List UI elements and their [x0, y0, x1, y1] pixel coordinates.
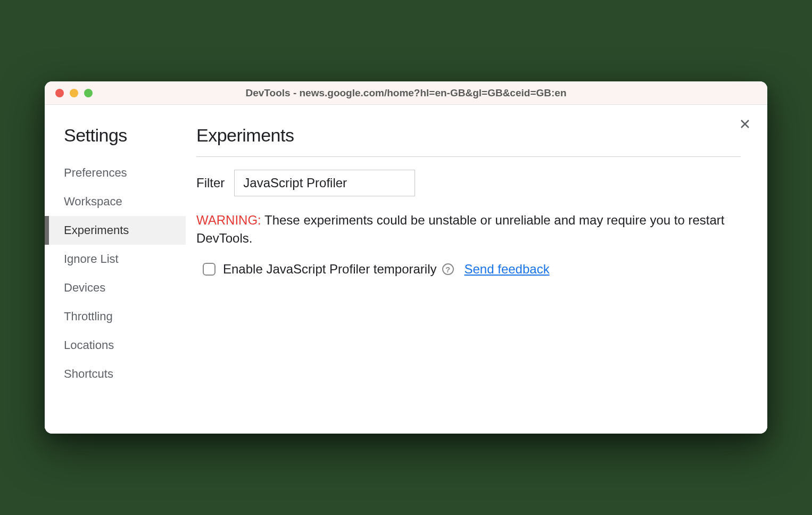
filter-label: Filter — [196, 176, 225, 190]
window-close-button[interactable] — [55, 89, 64, 97]
window-title: DevTools - news.google.com/home?hl=en-GB… — [45, 87, 767, 99]
experiment-label: Enable JavaScript Profiler temporarily — [223, 262, 437, 277]
warning-message: WARNING: These experiments could be unst… — [196, 211, 741, 247]
sidebar-item-label: Ignore List — [64, 252, 119, 265]
window-titlebar: DevTools - news.google.com/home?hl=en-GB… — [45, 81, 767, 105]
sidebar-item-devices[interactable]: Devices — [45, 273, 186, 302]
sidebar-item-throttling[interactable]: Throttling — [45, 302, 186, 331]
warning-body: These experiments could be unstable or u… — [196, 213, 725, 245]
warning-prefix: WARNING: — [196, 213, 261, 227]
main-panel: Experiments Filter WARNING: These experi… — [186, 105, 767, 434]
sidebar-title: Settings — [45, 125, 186, 159]
experiment-row: Enable JavaScript Profiler temporarily ?… — [196, 262, 741, 277]
filter-row: Filter — [196, 170, 741, 196]
sidebar-item-label: Devices — [64, 281, 105, 294]
experiment-checkbox[interactable] — [203, 263, 216, 276]
sidebar-item-experiments[interactable]: Experiments — [45, 216, 186, 245]
sidebar-item-label: Preferences — [64, 166, 127, 179]
content-area: Settings Preferences Workspace Experimen… — [45, 105, 767, 434]
traffic-lights — [45, 89, 93, 97]
sidebar-item-label: Shortcuts — [64, 367, 113, 380]
sidebar-item-label: Throttling — [64, 310, 113, 323]
window-minimize-button[interactable] — [70, 89, 78, 97]
send-feedback-link[interactable]: Send feedback — [465, 262, 550, 277]
close-icon — [739, 118, 751, 130]
sidebar-item-locations[interactable]: Locations — [45, 331, 186, 360]
sidebar-item-shortcuts[interactable]: Shortcuts — [45, 360, 186, 388]
settings-close-button[interactable] — [738, 117, 752, 131]
help-icon[interactable]: ? — [442, 263, 454, 275]
sidebar-item-ignore-list[interactable]: Ignore List — [45, 245, 186, 273]
sidebar-item-workspace[interactable]: Workspace — [45, 187, 186, 216]
filter-input[interactable] — [234, 170, 415, 196]
window-maximize-button[interactable] — [84, 89, 93, 97]
settings-sidebar: Settings Preferences Workspace Experimen… — [45, 105, 186, 434]
sidebar-item-label: Workspace — [64, 195, 122, 208]
sidebar-item-preferences[interactable]: Preferences — [45, 159, 186, 187]
sidebar-item-label: Locations — [64, 338, 114, 352]
devtools-window: DevTools - news.google.com/home?hl=en-GB… — [45, 81, 767, 434]
page-title: Experiments — [196, 125, 741, 157]
sidebar-item-label: Experiments — [64, 223, 129, 237]
